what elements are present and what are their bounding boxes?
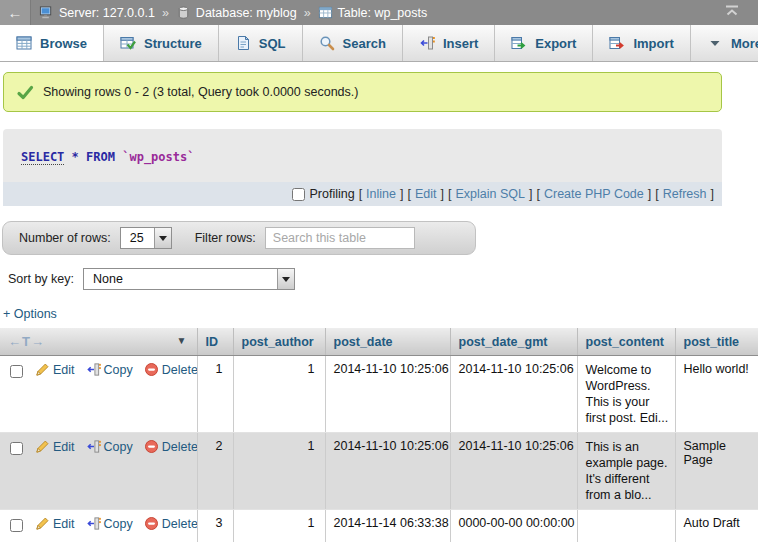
tab-label: Browse [40,36,87,51]
delete-action[interactable]: Delete [144,440,197,454]
tab-browse[interactable]: Browse [0,25,104,61]
bracket: ] [400,187,403,201]
tab-label: SQL [259,36,286,51]
sql-keyword-from: FROM [86,150,115,164]
sql-table-identifier: `wp_posts` [122,150,194,164]
options-toggle-link[interactable]: + Options [3,307,57,321]
with-selected-arrow-icon[interactable]: ▼ [177,335,187,346]
transpose-icon[interactable]: ←T→ [8,334,45,349]
tab-export[interactable]: Export [495,25,593,61]
column-header-id[interactable]: ID [197,328,233,356]
cell-post-title: Auto Draft [675,510,758,542]
copy-action[interactable]: Copy [86,517,133,531]
tab-search[interactable]: Search [303,25,403,61]
cell-post-title: Hello world! [675,356,758,433]
row-checkbox[interactable] [10,442,23,455]
copy-label: Copy [104,440,133,454]
tab-strip: Browse Structure SQL Search Insert [0,25,758,62]
cell-post-author: 1 [233,510,325,542]
tab-sql[interactable]: SQL [219,25,303,61]
breadcrumb-table: Table: wp_posts [338,6,428,20]
profiling-text: Profiling [309,187,354,201]
select-arrow-icon [277,269,294,289]
edit-action[interactable]: Edit [35,517,75,531]
insert-icon [419,35,435,51]
cell-post-date: 2014-11-10 10:25:06 [325,356,450,433]
copy-icon [86,516,101,531]
select-arrow-icon [154,228,171,248]
cell-id: 1 [197,356,233,433]
server-icon [39,5,54,20]
collapse-panel-icon[interactable] [724,5,740,17]
pencil-icon [35,362,50,377]
column-header-post-author[interactable]: post_author [233,328,325,356]
sort-by-key-row: Sort by key: None [8,264,758,294]
cell-post-content: This is an example page. It's different … [577,433,675,510]
breadcrumb-bar: ← Server: 127.0.0.1 » Database: myblog »… [0,0,758,25]
bracket: ] [648,187,651,201]
sort-by-key-value: None [84,272,132,286]
column-header-post-title[interactable]: post_title [675,328,758,356]
tab-insert[interactable]: Insert [403,25,495,61]
number-of-rows-label: Number of rows: [19,231,111,245]
table-row: EditCopyDelete 2 1 2014-11-10 10:25:06 2… [0,433,758,510]
breadcrumb-server[interactable]: Server: 127.0.0.1 [59,6,155,20]
profiling-label: Profiling [292,187,354,201]
copy-action[interactable]: Copy [86,363,133,377]
row-checkbox[interactable] [10,365,23,378]
back-arrow-icon: ← [8,4,23,21]
bracket: [ [536,187,539,201]
bracket: [ [448,187,451,201]
tab-label: Import [633,36,673,51]
edit-action[interactable]: Edit [35,440,75,454]
sql-query-box: SELECT * FROM `wp_posts` Profiling [ Inl… [3,129,722,206]
inline-link[interactable]: Inline [366,187,396,201]
delete-icon [144,516,159,531]
back-button[interactable]: ← [0,0,31,25]
delete-action[interactable]: Delete [144,363,197,377]
filter-rows-input[interactable] [265,227,415,249]
copy-action[interactable]: Copy [86,440,133,454]
profiling-checkbox[interactable] [292,188,305,201]
sql-icon [235,35,251,51]
bracket: [ [407,187,410,201]
results-table: ←T→ ▼ ID post_author post_date post_date… [0,328,758,542]
create-php-code-link[interactable]: Create PHP Code [544,187,644,201]
column-header-post-date[interactable]: post_date [325,328,450,356]
row-checkbox[interactable] [10,519,23,532]
cell-post-title: Sample Page [675,433,758,510]
number-of-rows-value: 25 [121,231,153,245]
actions-header: ←T→ ▼ [0,328,197,356]
sort-by-key-select[interactable]: None [83,268,295,290]
refresh-link[interactable]: Refresh [663,187,707,201]
tab-import[interactable]: Import [593,25,690,61]
explain-sql-link[interactable]: Explain SQL [455,187,524,201]
table-header-row: ←T→ ▼ ID post_author post_date post_date… [0,328,758,356]
column-header-post-content[interactable]: post_content [577,328,675,356]
breadcrumb-database[interactable]: Database: myblog [196,6,297,20]
delete-icon [144,362,159,377]
sql-keyword-select: SELECT [21,150,64,165]
table-row: EditCopyDelete 1 1 2014-11-10 10:25:06 2… [0,356,758,433]
phpmyadmin-window: ← Server: 127.0.0.1 » Database: myblog »… [0,0,758,542]
bracket: [ [655,187,658,201]
browse-icon [16,35,32,51]
edit-action[interactable]: Edit [35,363,75,377]
breadcrumb: Server: 127.0.0.1 » Database: myblog » T… [39,5,427,20]
edit-link[interactable]: Edit [415,187,437,201]
tab-structure[interactable]: Structure [104,25,219,61]
delete-label: Delete [162,440,197,454]
bracket: ] [711,187,714,201]
copy-label: Copy [104,363,133,377]
sql-asterisk: * [72,150,79,164]
chevron-down-icon [707,35,723,51]
database-icon [176,5,191,20]
cell-post-author: 1 [233,433,325,510]
tab-more[interactable]: More [691,25,758,61]
number-of-rows-select[interactable]: 25 [120,227,172,249]
delete-action[interactable]: Delete [144,517,197,531]
column-header-post-date-gmt[interactable]: post_date_gmt [450,328,577,356]
bracket: [ [359,187,362,201]
row-actions: EditCopyDelete [0,510,197,542]
edit-label: Edit [53,363,75,377]
